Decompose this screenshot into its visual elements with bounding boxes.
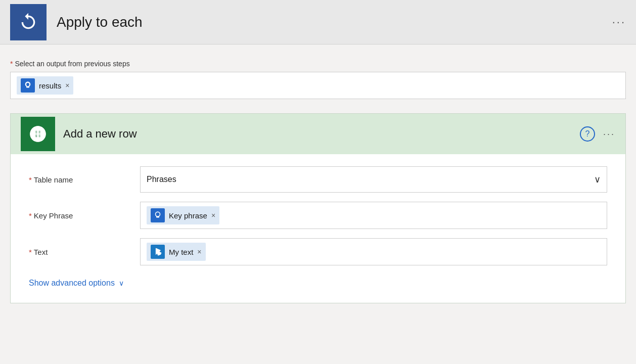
my-text-tag-text: My text: [169, 248, 193, 256]
output-select-box[interactable]: results ×: [10, 72, 626, 99]
card-icon: [21, 117, 55, 151]
my-text-tag-icon: [151, 245, 165, 259]
advanced-chevron-icon: ∨: [119, 279, 124, 287]
header: Apply to each ···: [0, 0, 636, 44]
header-more-button[interactable]: ···: [612, 16, 626, 29]
cognitive-icon: [23, 81, 32, 90]
key-phrase-row: *Key Phrase Key phrase ×: [29, 202, 607, 229]
cursor-icon: [153, 247, 162, 256]
table-name-value: Phrases: [147, 175, 176, 184]
output-section-label: *Select an output from previous steps: [10, 60, 626, 68]
key-phrase-tag: Key phrase ×: [147, 206, 219, 224]
my-text-tag: My text ×: [147, 243, 206, 261]
card-body: *Table name Phrases ∨ *Key Phrase: [11, 154, 625, 303]
key-phrase-tag-text: Key phrase: [169, 211, 207, 220]
results-tag-text: results: [39, 81, 61, 90]
results-tag[interactable]: results ×: [17, 76, 73, 95]
card-title: Add a new row: [63, 127, 580, 141]
results-tag-close[interactable]: ×: [65, 81, 69, 89]
header-icon: [10, 4, 47, 40]
results-tag-icon: [21, 78, 35, 93]
card-header: Add a new row ? ···: [11, 114, 625, 154]
text-field[interactable]: My text ×: [140, 238, 607, 265]
table-name-dropdown[interactable]: Phrases ∨: [140, 166, 607, 193]
card-actions: ? ···: [580, 126, 615, 142]
help-button[interactable]: ?: [580, 126, 595, 142]
key-phrase-tag-icon: [151, 208, 165, 222]
table-name-label: *Table name: [29, 175, 140, 184]
card-more-button[interactable]: ···: [603, 129, 615, 140]
brain-icon: [153, 211, 162, 220]
my-text-tag-close[interactable]: ×: [197, 248, 201, 256]
key-phrase-tag-close[interactable]: ×: [211, 211, 215, 219]
main-content: *Select an output from previous steps re…: [0, 44, 636, 318]
text-label: *Text: [29, 248, 140, 256]
add-new-row-card: Add a new row ? ··· *Table name Phrases …: [10, 113, 626, 303]
table-name-row: *Table name Phrases ∨: [29, 166, 607, 193]
header-title: Apply to each: [57, 14, 612, 30]
key-phrase-label: *Key Phrase: [29, 211, 140, 220]
loop-icon: [18, 12, 38, 32]
dataverse-icon: [28, 124, 48, 144]
required-marker: *: [10, 60, 13, 68]
show-advanced-button[interactable]: Show advanced options ∨: [29, 279, 124, 288]
text-row: *Text My text ×: [29, 238, 607, 265]
show-advanced-label: Show advanced options: [29, 279, 115, 288]
dropdown-arrow-icon: ∨: [594, 174, 601, 185]
key-phrase-field[interactable]: Key phrase ×: [140, 202, 607, 229]
